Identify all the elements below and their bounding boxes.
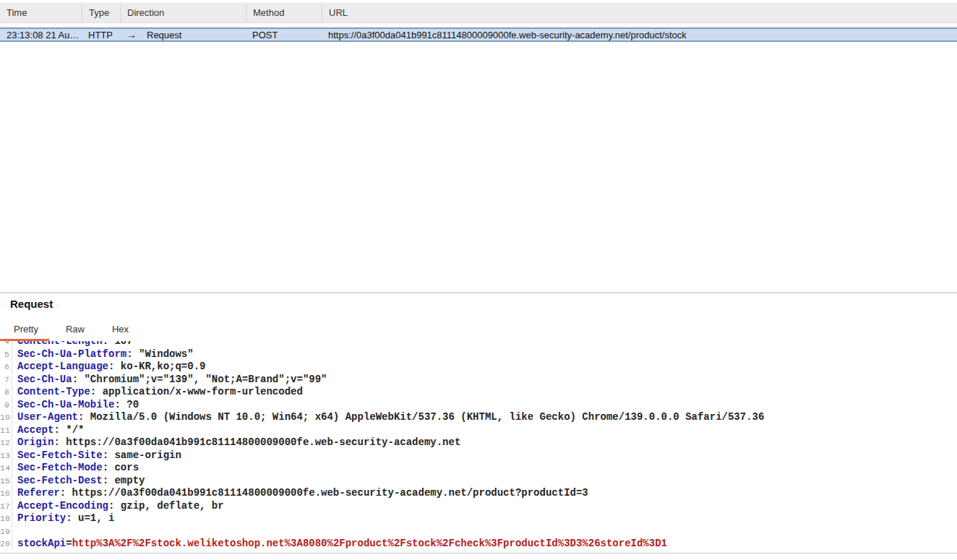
line-number: 7 <box>0 374 12 387</box>
table-row[interactable]: 23:13:08 21 Au… HTTP →Request POST https… <box>0 27 957 42</box>
column-header-method[interactable]: Method <box>246 3 322 22</box>
header-name: Accept <box>17 424 53 437</box>
request-line[interactable]: 8Content-Type: application/x-www-form-ur… <box>0 386 957 399</box>
line-number: 19 <box>0 525 12 538</box>
line-number: 12 <box>0 436 12 449</box>
header-value: : same-origin <box>103 449 181 462</box>
line-number: 11 <box>0 424 12 437</box>
request-view-tabs: Pretty Raw Hex <box>9 322 133 336</box>
header-name: Content-Type <box>17 386 90 399</box>
header-name: Sec-Fetch-Dest <box>17 475 103 488</box>
header-value: : gzip, deflate, br <box>108 500 224 513</box>
column-header-time[interactable]: Time <box>0 3 82 22</box>
request-line[interactable]: 16Referer: https://0a3f00da041b991c81114… <box>0 487 957 500</box>
row-method-cell: POST <box>246 30 322 40</box>
header-name: Content-Length <box>17 341 103 348</box>
row-type-cell: HTTP <box>82 30 120 40</box>
column-header-type[interactable]: Type <box>82 3 120 22</box>
line-number: 17 <box>0 500 12 513</box>
param-value: http%3A%2F%2Fstock.weliketoshop.net%3A80… <box>72 538 667 551</box>
header-value: : cors <box>103 462 139 475</box>
header-name: Sec-Ch-Ua-Platform <box>17 348 126 361</box>
request-line[interactable]: 18Priority: u=1, i <box>0 512 957 525</box>
header-name: Origin <box>17 436 53 449</box>
line-number: 6 <box>0 361 12 374</box>
request-line[interactable]: 12Origin: https://0a3f00da041b991c811148… <box>0 436 957 449</box>
header-name: Priority <box>17 512 66 525</box>
header-value: : u=1, i <box>66 512 114 525</box>
line-number: 15 <box>0 475 12 488</box>
request-line[interactable]: 15Sec-Fetch-Dest: empty <box>0 475 957 488</box>
tab-raw[interactable]: Raw <box>61 322 89 336</box>
line-number: 9 <box>0 399 12 412</box>
tab-pretty[interactable]: Pretty <box>9 322 43 336</box>
header-name: Referer <box>17 487 60 500</box>
header-name: User-Agent <box>17 411 78 424</box>
line-number: 18 <box>0 512 12 525</box>
request-line[interactable]: 13Sec-Fetch-Site: same-origin <box>0 449 957 462</box>
panel-top-divider <box>0 292 957 293</box>
header-value: : ?0 <box>114 399 139 412</box>
line-number: 5 <box>0 348 12 361</box>
line-number: 13 <box>0 449 12 462</box>
request-line[interactable]: 11Accept: */* <box>0 424 957 437</box>
header-value: : "Chromium";v="139", "Not;A=Brand";v="9… <box>72 374 327 387</box>
header-value: : empty <box>103 475 145 488</box>
request-panel-title: Request <box>10 298 53 310</box>
line-number: 4 <box>0 341 12 348</box>
request-line[interactable]: 20stockApi=http%3A%2F%2Fstock.weliketosh… <box>0 538 957 551</box>
header-name: Sec-Fetch-Mode <box>17 462 103 475</box>
header-name: stockApi <box>17 538 66 551</box>
header-value: : "Windows" <box>126 348 193 361</box>
request-line[interactable]: 14Sec-Fetch-Mode: cors <box>0 462 957 475</box>
request-line[interactable]: 7Sec-Ch-Ua: "Chromium";v="139", "Not;A=B… <box>0 374 957 387</box>
request-editor[interactable]: 4Content-Length: 1075Sec-Ch-Ua-Platform:… <box>0 341 957 553</box>
header-value: : */* <box>53 424 84 437</box>
request-arrow-icon: → <box>126 29 137 40</box>
request-line[interactable]: 9Sec-Ch-Ua-Mobile: ?0 <box>0 399 957 412</box>
request-line[interactable]: 10User-Agent: Mozilla/5.0 (Windows NT 10… <box>0 411 957 424</box>
row-url-cell: https://0a3f00da041b991c81114800009000fe… <box>322 30 957 40</box>
header-name: Accept-Language <box>17 361 108 374</box>
request-line[interactable]: 5Sec-Ch-Ua-Platform: "Windows" <box>0 348 957 361</box>
header-value: = <box>66 538 72 551</box>
row-direction-cell: →Request <box>120 29 246 40</box>
request-code-lines: 4Content-Length: 1075Sec-Ch-Ua-Platform:… <box>0 341 957 551</box>
request-line[interactable]: 6Accept-Language: ko-KR,ko;q=0.9 <box>0 361 957 374</box>
header-name: Sec-Ch-Ua <box>17 374 72 387</box>
column-header-url[interactable]: URL <box>322 3 957 22</box>
header-name: Accept-Encoding <box>17 500 108 513</box>
header-value: : 107 <box>103 341 133 348</box>
tab-hex[interactable]: Hex <box>108 322 133 336</box>
line-number: 8 <box>0 386 12 399</box>
line-number: 10 <box>0 411 12 424</box>
header-name: Sec-Fetch-Site <box>17 449 103 462</box>
header-value: : https://0a3f00da041b991c81114800009000… <box>60 487 588 500</box>
line-number: 16 <box>0 487 12 500</box>
line-number: 20 <box>0 538 12 551</box>
request-line[interactable]: 19 <box>0 525 957 538</box>
table-header-row: Time Type Direction Method URL <box>0 1 957 23</box>
request-line[interactable]: 17Accept-Encoding: gzip, deflate, br <box>0 500 957 513</box>
request-line[interactable]: 4Content-Length: 107 <box>0 341 957 348</box>
column-header-direction[interactable]: Direction <box>120 3 246 22</box>
header-value: : https://0a3f00da041b991c81114800009000… <box>53 436 460 449</box>
http-history-table: Time Type Direction Method URL 23:13:08 … <box>0 1 957 42</box>
row-direction-label: Request <box>147 30 181 40</box>
header-name: Sec-Ch-Ua-Mobile <box>17 399 114 412</box>
header-value: : Mozilla/5.0 (Windows NT 10.0; Win64; x… <box>78 411 764 424</box>
header-value: : application/x-www-form-urlencoded <box>90 386 303 399</box>
row-time-cell: 23:13:08 21 Au… <box>0 30 82 40</box>
line-number: 14 <box>0 462 12 475</box>
header-value: : ko-KR,ko;q=0.9 <box>108 361 205 374</box>
